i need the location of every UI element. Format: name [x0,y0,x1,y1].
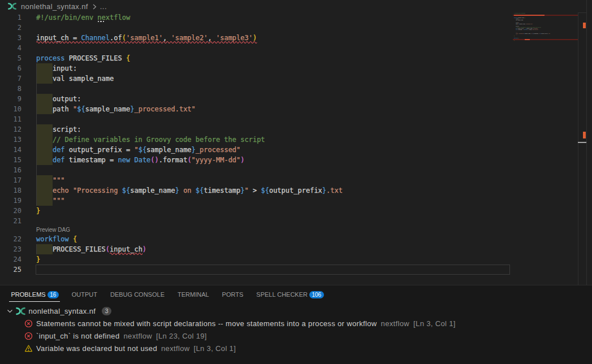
line-number-11[interactable]: 11 [0,114,21,124]
line-number-14[interactable]: 14 [0,145,21,155]
line-number-5[interactable]: 5 [0,53,21,63]
panel-tab-output[interactable]: OUTPUT [65,285,103,304]
token: "yyyy-MM-dd" [192,156,241,164]
problem-message: `input_ch` is not defined [36,332,120,340]
panel-tab-label: PROBLEMS [11,291,46,298]
code-text: process PROCESS_FILES { [36,53,130,63]
minimap[interactable]: #!/usr/bin/env nextflowinput_ch = Channe… [513,12,578,285]
problem-row[interactable]: `input_ch` is not definednextflow[Ln 23,… [0,330,592,342]
problem-row[interactable]: Variable was declared but not usednextfl… [0,342,592,354]
code-lines[interactable]: 1#!/usr/bin/env nextflow23input_ch = Cha… [0,12,510,275]
code-line-22[interactable]: 22workflow { [0,234,510,244]
code-line-13[interactable]: 13 // Define variables in Groovy code be… [0,135,510,145]
ruler-left-border [578,12,578,285]
line-number-12[interactable]: 12 [0,124,21,135]
code-line-25 [513,41,576,42]
line-number-23[interactable]: 23 [0,244,21,254]
token: sample_name [85,105,130,113]
code-line-19[interactable]: 19 """ [0,196,510,206]
line-number-4[interactable]: 4 [0,43,21,53]
code-line-8[interactable]: 8 [0,84,510,94]
token: ${ [77,105,85,113]
code-line-21[interactable]: 21 [0,216,510,226]
code-line-20[interactable]: 20} [0,206,510,216]
code-line-9[interactable]: 9 output: [0,94,510,104]
line-number-18[interactable]: 18 [0,185,21,196]
line-number-9[interactable]: 9 [0,94,21,104]
code-line-4[interactable]: 4 [0,43,510,53]
code-line-10[interactable]: 10 path "${sample_name}_processed.txt" [0,104,510,114]
chevron-down-icon[interactable] [7,308,13,314]
token: """ [53,197,65,205]
code-line-1[interactable]: 1#!/usr/bin/env nextflow [0,12,510,23]
line-number-13[interactable]: 13 [0,135,21,145]
token: output: [36,95,81,103]
token: val sample_name [36,75,114,83]
code-text: """ [36,196,65,206]
code-line-7[interactable]: 7 val sample_name [0,73,510,84]
panel-tab-ports[interactable]: PORTS [215,285,250,304]
panel-tab-label: OUTPUT [72,291,97,298]
problem-location: [Ln 3, Col 1] [194,344,236,353]
line-number-16[interactable]: 16 [0,165,21,175]
token: timestamp = [65,156,118,164]
line-number-6[interactable]: 6 [0,63,21,73]
line-number-8[interactable]: 8 [0,84,21,94]
code-line-25[interactable]: 25 [0,265,510,275]
code-editor[interactable]: 1#!/usr/bin/env nextflow23input_ch = Cha… [0,12,586,285]
line-number-17[interactable]: 17 [0,175,21,185]
panel-tab-problems[interactable]: PROBLEMS16 [5,285,65,304]
line-number-24[interactable]: 24 [0,254,21,265]
code-text: input: [36,63,77,73]
token: " [134,146,138,154]
breadcrumb[interactable]: nonlethal_syntax.nf ... [0,0,586,12]
line-number-3[interactable]: 3 [0,33,21,43]
code-line-11[interactable]: 11 [0,114,510,124]
token: script: [36,125,81,133]
ruler-error-mark [583,132,586,138]
line-number-1[interactable]: 1 [0,12,21,23]
token: echo "Processing [53,187,122,194]
line-number-22[interactable]: 22 [0,234,21,244]
panel-tab-debug-console[interactable]: DEBUG CONSOLE [104,285,171,304]
breadcrumb-symbol[interactable]: ... [100,2,107,11]
token: _processed.txt" [134,105,195,113]
codelens-preview-dag[interactable]: Preview DAG [0,226,510,234]
line-number-25[interactable]: 25 [0,265,21,275]
breadcrumb-file[interactable]: nonlethal_syntax.nf [21,2,88,11]
token: def [53,156,65,164]
token: output_prefix [269,187,322,194]
code-line-5[interactable]: 5process PROCESS_FILES { [0,53,510,63]
panel-tab-spell-checker[interactable]: SPELL CHECKER106 [250,285,330,304]
line-number-7[interactable]: 7 [0,73,21,84]
error-icon [24,332,33,340]
line-number-19[interactable]: 19 [0,196,21,206]
code-line-14[interactable]: 14 def output_prefix = "${sample_name}_p… [0,145,510,155]
overview-ruler[interactable] [578,12,586,285]
code-line-23[interactable]: 23 PROCESS_FILES(input_ch) [0,244,510,254]
line-number-20[interactable]: 20 [0,206,21,216]
token: ${ [122,187,130,194]
line-number-15[interactable]: 15 [0,155,21,165]
code-line-3[interactable]: 3input_ch = Channel.of('sample1', 'sampl… [0,33,510,43]
code-line-18[interactable]: 18 echo "Processing ${sample_name} on ${… [0,185,510,196]
code-line-2[interactable]: 2 [0,23,510,33]
code-line-6[interactable]: 6 input: [0,63,510,73]
panel-tab-terminal[interactable]: TERMINAL [171,285,215,304]
code-line-17[interactable]: 17 """ [0,175,510,185]
problems-file-row[interactable]: nonlethal_syntax.nf 3 [0,305,592,317]
token: ( [106,245,110,253]
code-line-15[interactable]: 15 def timestamp = new Date().format("yy… [0,155,510,165]
line-number-21[interactable]: 21 [0,216,21,226]
error-icon [24,319,33,328]
minimap-error-band [513,39,578,40]
line-number-2[interactable]: 2 [0,23,21,33]
token: 'sample2' [171,34,208,42]
line-number-10[interactable]: 10 [0,104,21,114]
code-line-24[interactable]: 24} [0,254,510,265]
problem-row[interactable]: Statements cannot be mixed with script d… [0,317,592,330]
code-line-12[interactable]: 12 script: [0,124,510,135]
token: } [240,187,244,194]
token: output_prefix = [65,146,135,154]
code-line-16[interactable]: 16 [0,165,510,175]
